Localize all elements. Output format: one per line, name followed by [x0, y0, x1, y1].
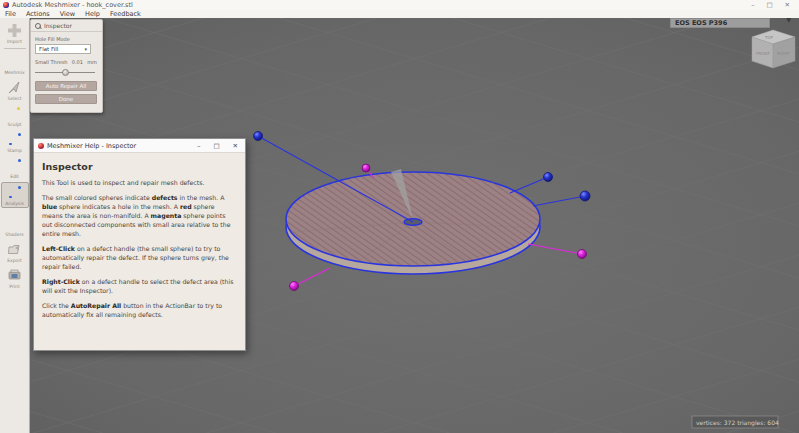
defect-handle-magenta[interactable]	[362, 164, 370, 172]
help-paragraph: Click the AutoRepair All button in the A…	[42, 302, 237, 320]
auto-repair-all-button[interactable]: Auto Repair All	[35, 81, 97, 91]
defect-handle-blue[interactable]	[580, 191, 590, 201]
help-maximize-button[interactable]: □	[213, 142, 219, 150]
menu-help[interactable]: Help	[85, 10, 100, 18]
help-close-button[interactable]: ✕	[233, 142, 238, 150]
hole-fill-mode-label: Hole Fill Mode	[35, 36, 98, 42]
sculpt-sphere-icon	[7, 106, 22, 121]
help-paragraph: The small colored spheres indicate defec…	[42, 194, 237, 239]
menubar: File Actions View Help Feedback	[0, 10, 799, 18]
close-button[interactable]: ✕	[785, 1, 790, 9]
meshmix-sphere-icon	[7, 54, 22, 69]
mesh-stats-text: vertices: 372 triangles: 604	[696, 419, 779, 427]
toolbar-item-analysis[interactable]: Analysis	[1, 182, 29, 208]
import-plus-icon	[7, 23, 22, 38]
export-folder-icon	[7, 242, 22, 257]
hole-fill-mode-dropdown[interactable]: Flat Fill ▾	[35, 44, 91, 54]
minimize-button[interactable]: –	[751, 1, 754, 9]
window-title: Autodesk Meshmixer - hook_cover.stl	[12, 1, 133, 9]
defect-handle-blue[interactable]	[254, 132, 263, 141]
tool-sidebar: Import Meshmix Select Sculpt Stamp Edit …	[0, 18, 30, 433]
done-button[interactable]: Done	[35, 94, 97, 104]
inspector-panel-title: Inspector	[44, 22, 72, 29]
help-heading: Inspector	[42, 161, 237, 172]
stamp-sphere-icon	[7, 132, 22, 147]
printer-selector[interactable]: EOS EOS P396	[670, 18, 770, 28]
window-titlebar: Autodesk Meshmixer - hook_cover.stl – □ …	[0, 0, 799, 10]
view-cube-right-label: RIGHT	[777, 51, 790, 56]
menu-feedback[interactable]: Feedback	[110, 10, 141, 18]
help-dialog-title: Meshmixer Help - Inspector	[47, 142, 136, 150]
edit-sphere-icon	[7, 158, 22, 173]
help-paragraph: Right-Click on a defect handle to select…	[42, 278, 237, 296]
meshmixer-logo-icon	[3, 2, 9, 8]
chevron-down-icon: ▾	[84, 46, 87, 52]
toolbar-item-sculpt[interactable]: Sculpt	[1, 104, 29, 128]
toolbar-divider	[4, 48, 26, 49]
toolbar-item-edit[interactable]: Edit	[1, 156, 29, 180]
toolbar-item-export[interactable]: Export	[1, 240, 29, 264]
small-thresh-value: 0.01	[72, 59, 83, 65]
defect-handle-magenta[interactable]	[290, 282, 299, 291]
small-thresh-unit: mm	[87, 59, 97, 65]
toolbar-item-meshmix[interactable]: Meshmix	[1, 52, 29, 76]
view-cube[interactable]: TOP FRONT RIGHT	[752, 30, 795, 68]
maximize-button[interactable]: □	[766, 1, 772, 9]
slider-thumb[interactable]	[62, 69, 69, 76]
view-cube-front-label: FRONT	[756, 51, 770, 56]
help-paragraph: Left-Click on a defect handle (the small…	[42, 245, 237, 272]
inspector-panel-header[interactable]: Inspector	[31, 20, 102, 32]
menu-file[interactable]: File	[5, 10, 16, 18]
menu-actions[interactable]: Actions	[26, 10, 50, 18]
toolbar-item-print[interactable]: Print	[1, 266, 29, 290]
printer-name: EOS EOS P396	[675, 19, 727, 27]
help-dialog-titlebar[interactable]: Meshmixer Help - Inspector – □ ✕	[34, 139, 245, 153]
meshmixer-logo-icon	[38, 143, 44, 149]
select-arrow-icon	[7, 80, 22, 95]
defect-handle-blue[interactable]	[544, 173, 553, 182]
toolbar-item-shaders[interactable]: Shaders	[1, 214, 29, 238]
toolbar-item-import[interactable]: Import	[1, 21, 29, 45]
defect-handle-magenta[interactable]	[578, 250, 587, 259]
hole-fill-mode-value: Flat Fill	[39, 46, 58, 52]
statusbar: vertices: 372 triangles: 604	[692, 416, 779, 428]
small-thresh-slider[interactable]	[35, 68, 95, 76]
help-paragraph: This Tool is used to inspect and repair …	[42, 179, 237, 188]
small-thresh-label: Small Thresh	[35, 59, 68, 65]
analysis-sphere-icon	[7, 185, 22, 200]
toolbar-item-stamp[interactable]: Stamp	[1, 130, 29, 154]
shaders-sphere-icon	[7, 216, 22, 231]
toolbar-item-select[interactable]: Select	[1, 78, 29, 102]
print-printer-icon	[7, 268, 22, 283]
view-cube-top-label: TOP	[764, 35, 774, 40]
help-minimize-button[interactable]: –	[197, 142, 200, 150]
help-dialog: Meshmixer Help - Inspector – □ ✕ Inspect…	[33, 138, 246, 351]
menu-view[interactable]: View	[60, 10, 75, 18]
magnifier-icon	[35, 23, 41, 29]
inspector-panel: Inspector Hole Fill Mode Flat Fill ▾ Sma…	[30, 19, 103, 113]
